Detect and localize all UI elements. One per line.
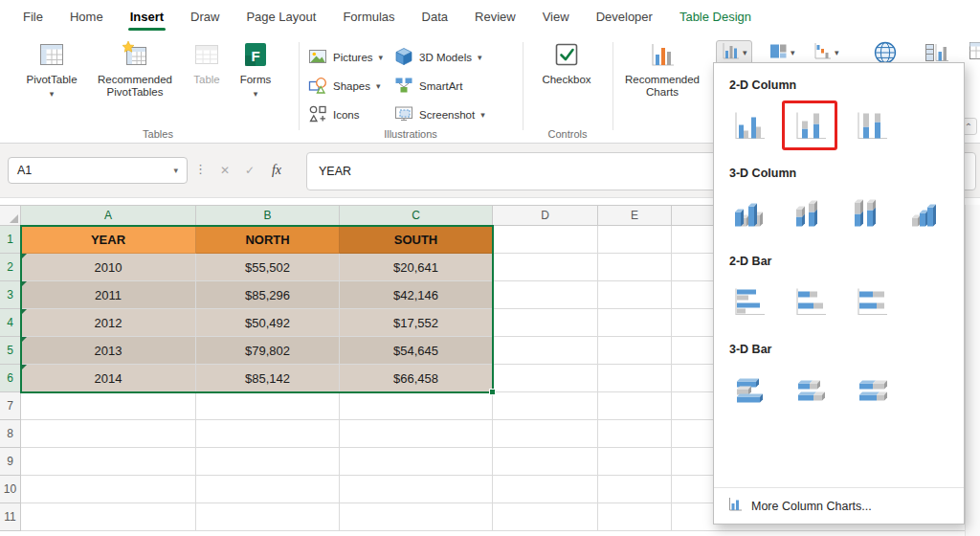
ribbon-button-pivottable[interactable]: PivotTable▾ — [17, 38, 86, 100]
row-header-2[interactable]: 2 — [0, 254, 21, 281]
cell-E5[interactable] — [598, 337, 672, 365]
cell-D8[interactable] — [493, 420, 598, 448]
cell-C7[interactable] — [340, 392, 493, 420]
ribbon-button-recommended-pivottables[interactable]: RecommendedPivotTables — [90, 38, 180, 99]
chart-type-3d-clustered-column[interactable] — [722, 190, 772, 237]
column-header-C[interactable]: C — [340, 206, 493, 226]
row-header-8[interactable]: 8 — [0, 420, 21, 448]
cell-D1[interactable] — [493, 226, 598, 254]
ribbon-button-forms[interactable]: FForms▾ — [232, 38, 279, 100]
cell-D4[interactable] — [493, 309, 598, 337]
chart-type-100-stacked-column[interactable] — [844, 101, 898, 149]
tab-insert[interactable]: Insert — [117, 0, 177, 33]
enter-icon[interactable]: ✓ — [239, 159, 260, 182]
cell-A2[interactable]: 2010 — [21, 254, 196, 281]
cell-C2[interactable]: $20,641 — [340, 254, 493, 281]
ribbon-button-clipped-button[interactable] — [969, 40, 980, 65]
cell-B3[interactable]: $85,296 — [196, 281, 340, 309]
tab-draw[interactable]: Draw — [177, 0, 233, 33]
row-header-1[interactable]: 1 — [0, 226, 21, 254]
cell-D5[interactable] — [493, 337, 598, 365]
chart-type-3d-100-stacked-bar[interactable] — [844, 366, 898, 413]
row-header-10[interactable]: 10 — [0, 476, 21, 503]
cell-C10[interactable] — [340, 476, 493, 503]
row-header-11[interactable]: 11 — [0, 503, 21, 531]
cell-B4[interactable]: $50,492 — [196, 309, 340, 337]
ribbon-button-checkbox[interactable]: Checkbox — [530, 38, 603, 86]
ribbon-button-shapes[interactable]: Shapes▾ — [308, 75, 381, 98]
cell-D6[interactable] — [493, 365, 598, 392]
cancel-icon[interactable]: ✕ — [214, 159, 235, 182]
cell-B6[interactable]: $85,142 — [196, 365, 340, 392]
menu-item-more-column-charts[interactable]: More Column Charts... — [714, 487, 964, 524]
cell-E3[interactable] — [598, 281, 672, 309]
tab-developer[interactable]: Developer — [583, 0, 666, 33]
cell-D11[interactable] — [493, 503, 598, 531]
column-header-A[interactable]: A — [21, 206, 196, 226]
cell-C1[interactable]: SOUTH — [340, 226, 493, 254]
ribbon-button-smartart[interactable]: SmartArt — [394, 75, 462, 98]
cell-C9[interactable] — [340, 448, 493, 476]
cell-C4[interactable]: $17,552 — [340, 309, 493, 337]
column-header-B[interactable]: B — [196, 206, 340, 226]
cell-E6[interactable] — [598, 365, 672, 392]
cell-B9[interactable] — [196, 448, 340, 476]
chart-type-3d-column[interactable] — [898, 190, 948, 237]
cell-A4[interactable]: 2012 — [21, 309, 196, 337]
column-header-D[interactable]: D — [493, 206, 598, 226]
cell-B10[interactable] — [196, 476, 340, 503]
cell-B8[interactable] — [196, 420, 340, 448]
row-header-9[interactable]: 9 — [0, 448, 21, 476]
ribbon-button-pictures[interactable]: Pictures▾ — [308, 46, 383, 69]
cell-E11[interactable] — [598, 503, 672, 531]
chart-type-3d-stacked-bar[interactable] — [783, 366, 836, 413]
cell-D7[interactable] — [493, 392, 598, 420]
row-header-6[interactable]: 6 — [0, 365, 21, 392]
chart-type-3d-clustered-bar[interactable] — [722, 366, 775, 413]
ribbon-button-3d-models[interactable]: 3D Models▾ — [394, 46, 482, 69]
chart-type-stacked-column[interactable] — [783, 101, 836, 149]
tab-data[interactable]: Data — [409, 0, 461, 33]
cell-B5[interactable]: $79,802 — [196, 337, 340, 365]
cell-A3[interactable]: 2011 — [21, 281, 196, 309]
cell-E2[interactable] — [598, 254, 672, 281]
tab-review[interactable]: Review — [461, 0, 529, 33]
insert-function-icon[interactable]: fx — [266, 159, 287, 182]
ribbon-button-recommended-charts[interactable]: RecommendedCharts — [618, 38, 706, 99]
cell-C6[interactable]: $66,458 — [340, 365, 493, 392]
cell-A11[interactable] — [21, 503, 196, 531]
chart-type-clustered-bar[interactable] — [722, 278, 775, 325]
tab-home[interactable]: Home — [56, 0, 117, 33]
formula-bar-splitter[interactable]: ⋮ — [194, 162, 207, 176]
cell-D9[interactable] — [493, 448, 598, 476]
tab-formulas[interactable]: Formulas — [329, 0, 408, 33]
row-header-4[interactable]: 4 — [0, 309, 21, 337]
cell-E4[interactable] — [598, 309, 672, 337]
row-header-7[interactable]: 7 — [0, 392, 21, 420]
row-header-3[interactable]: 3 — [0, 281, 21, 309]
column-header-E[interactable]: E — [598, 206, 672, 226]
cell-B2[interactable]: $55,502 — [196, 254, 340, 281]
cell-C11[interactable] — [340, 503, 493, 531]
vertical-scrollbar[interactable] — [965, 205, 980, 536]
cell-A10[interactable] — [21, 476, 196, 503]
tab-file[interactable]: File — [10, 0, 56, 33]
select-all-button[interactable] — [0, 206, 21, 226]
cell-D10[interactable] — [493, 476, 598, 503]
cell-D3[interactable] — [493, 281, 598, 309]
cell-E1[interactable] — [598, 226, 672, 254]
cell-A8[interactable] — [21, 420, 196, 448]
cell-A5[interactable]: 2013 — [21, 337, 196, 365]
cell-A6[interactable]: 2014 — [21, 365, 196, 392]
row-header-5[interactable]: 5 — [0, 337, 21, 365]
tab-view[interactable]: View — [529, 0, 583, 33]
cell-E7[interactable] — [598, 392, 672, 420]
chart-type-3d-100-stacked-column[interactable] — [839, 190, 890, 237]
cell-C5[interactable]: $54,645 — [340, 337, 493, 365]
chart-type-100-stacked-bar[interactable] — [844, 278, 898, 325]
ribbon-button-screenshot[interactable]: Screenshot▾ — [394, 103, 485, 126]
tab-page-layout[interactable]: Page Layout — [233, 0, 329, 33]
tab-table-design[interactable]: Table Design — [666, 0, 765, 33]
cell-A1[interactable]: YEAR — [21, 226, 196, 254]
ribbon-button-icons[interactable]: Icons — [308, 103, 360, 126]
